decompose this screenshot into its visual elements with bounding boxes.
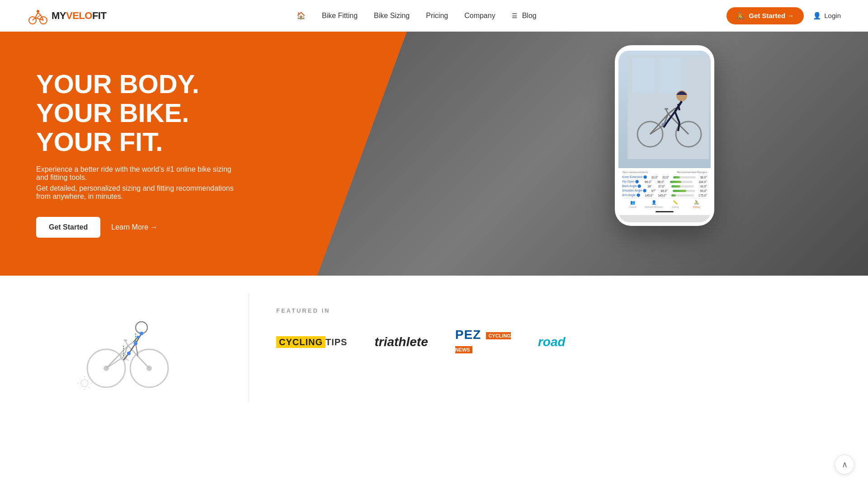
phone-home-indicator [656,211,674,212]
row0-val: 33.0° [651,176,658,179]
hero-actions: Get Started Learn More → [36,217,371,238]
fitting-icon: 🚴 [694,200,699,205]
row4-to: 175.0° [698,194,707,197]
rider-svg [627,55,709,159]
row0-bar [673,176,696,178]
row0-fill [673,176,680,178]
row3-bar [673,190,695,192]
row4-fill [671,194,676,197]
phone-rider-image [618,51,711,168]
sidebar-item-company[interactable]: Company [464,12,495,20]
pez-logo: PEZ CYCLINGNEWS [455,328,511,356]
navbar: MYVELOFIT 🏠 Bike Fitting Bike Sizing Pri… [0,0,868,32]
svg-line-63 [89,378,90,379]
triathlete-logo: triathlete [374,335,428,349]
ranges-header: Recommended Ranges [677,171,707,174]
nav-home[interactable]: 🏠 [297,11,306,20]
hero-learn-more-label: Learn More → [111,223,157,231]
hero-learn-more-button[interactable]: Learn More → [111,223,157,231]
logo-my: MY [52,10,66,21]
row1-from: 96.0° [657,180,664,183]
tab-sizing-label: Sizing [672,206,679,208]
measurements-header: Your measurements [622,171,648,174]
row3-to: 93.0° [700,189,707,192]
nav-actions: 🚴 Get Started → 👤 Login [726,7,841,24]
blog-label: Blog [522,12,537,20]
phone-data-row-4: Arm Angle 🔵 145.0° 145.0° 175.0° [622,193,707,197]
featured-label: FEATURED IN [276,307,841,314]
sidebar-item-blog[interactable]: ☰ Blog [512,12,537,20]
road-logo: road [538,335,566,349]
svg-line-8 [37,15,41,18]
tab-refined-label: Refined Moment [645,206,663,208]
phone-tab-clients[interactable]: 👥 Clients [622,200,643,208]
phone-data-row-0: Knee Extension 🔵 33.0° 32.0° 38.0° [622,175,707,179]
row3-val: 97° [651,189,656,192]
row2-to: 43.0° [700,185,707,188]
logo[interactable]: MYVELOFIT [27,5,106,27]
hero-headline: YOUR BODY. YOUR BIKE. YOUR FIT. [36,70,371,156]
phone-mockup: Your measurements Recommended Ranges Kne… [615,45,714,226]
svg-line-6 [38,13,41,15]
user-icon: 👤 [813,12,821,20]
row1-to: 104.0° [698,180,707,183]
svg-point-52 [127,352,131,355]
svg-point-50 [140,332,143,335]
phone-frame: Your measurements Recommended Ranges Kne… [615,45,714,226]
refined-icon: 👤 [651,200,656,205]
svg-point-56 [81,380,88,387]
sidebar-item-pricing[interactable]: Pricing [426,12,448,20]
stickman-bike-svg [75,303,174,393]
get-started-button[interactable]: 🚴 Get Started → [726,7,804,24]
phone-tab-fitting[interactable]: 🚴 Fitting [686,200,707,208]
company-label: Company [464,12,495,20]
phone-tabs: 👥 Clients 👤 Refined Moment 📏 Sizing [622,198,707,209]
row0-from: 32.0° [662,176,669,179]
row1-bar [670,181,693,183]
below-hero-section: FEATURED IN CYCLINGTIPS triathlete PEZ C… [0,276,868,420]
login-label: Login [824,12,841,19]
logo-icon [27,5,49,27]
phone-screen: Your measurements Recommended Ranges Kne… [618,51,711,222]
row4-bar [671,194,694,197]
bike-figure-section [0,294,249,402]
row1-val: 96.0° [645,180,651,183]
logo-velo: VELO [66,10,92,21]
hero-subtext2: Get detailed, personalized sizing and fi… [36,184,244,201]
logo-fit: FIT [92,10,107,21]
pricing-label: Pricing [426,12,448,20]
row2-from: 37.0° [658,185,665,188]
featured-logos: CYCLINGTIPS triathlete PEZ CYCLINGNEWS r… [276,328,841,356]
svg-line-39 [128,342,133,346]
hero-get-started-label: Get Started [49,223,88,231]
tab-clients-label: Clients [629,206,637,208]
clients-icon: 👥 [630,200,635,205]
svg-point-53 [137,336,139,338]
sidebar-item-bike-sizing[interactable]: Bike Sizing [374,12,410,20]
hero-get-started-button[interactable]: Get Started [36,217,100,238]
phone-tab-refined[interactable]: 👤 Refined Moment [643,200,665,208]
svg-rect-10 [632,57,655,94]
hero-subtext1: Experience a better ride with the world'… [36,165,244,182]
svg-rect-11 [659,57,682,94]
sizing-icon: 📏 [673,200,678,205]
sidebar-item-bike-fitting[interactable]: Bike Fitting [322,12,358,20]
row3-from: 86.0° [661,189,668,192]
svg-point-2 [37,10,39,13]
row3-fill [673,190,686,192]
row2-bar [671,185,694,188]
row3-label: Shoulder Angle 🔵 [622,189,646,192]
row2-val: 39° [647,185,652,188]
row2-fill [671,185,680,188]
row4-label: Arm Angle 🔵 [622,193,640,197]
phone-tab-sizing[interactable]: 📏 Sizing [665,200,686,208]
home-icon: 🏠 [297,11,306,20]
svg-line-62 [89,387,90,388]
headline-line3: YOUR FIT. [36,127,371,156]
menu-icon: ☰ [512,12,518,19]
phone-data-row-3: Shoulder Angle 🔵 97° 86.0° 93.0° [622,189,707,192]
svg-line-40 [125,341,128,346]
cyclingtips-logo: CYCLINGTIPS [276,336,347,348]
login-button[interactable]: 👤 Login [813,12,841,20]
row1-fill [670,181,681,183]
